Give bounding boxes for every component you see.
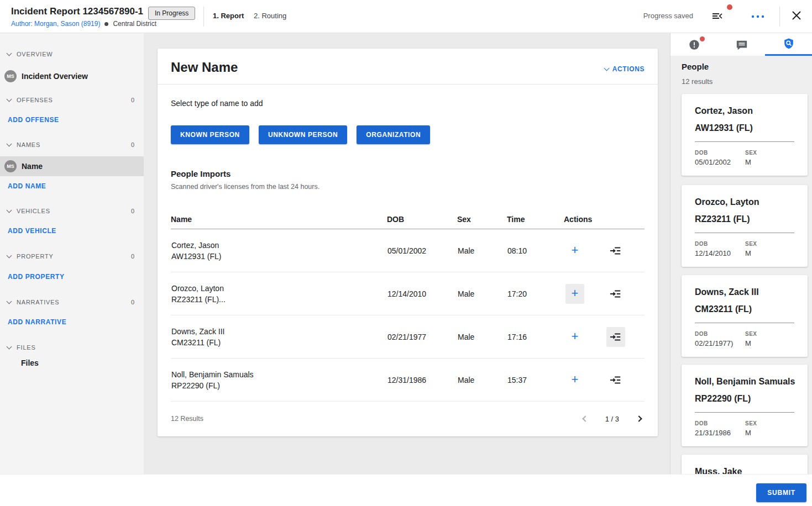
- person-card[interactable]: Noll, Benjamin Samuals RP22290 (FL) DOB …: [682, 365, 808, 446]
- sidebar-section-property[interactable]: PROPERTY 0: [0, 252, 144, 262]
- tab-comments[interactable]: [718, 33, 766, 56]
- author-link[interactable]: Author: Morgan, Sason (8919): [11, 20, 100, 28]
- sidebar-section-files[interactable]: FILES: [0, 343, 144, 353]
- panel-tabs: [670, 33, 812, 56]
- person-id: RP22290 (FL): [171, 381, 387, 390]
- tab-alerts[interactable]: [670, 33, 718, 56]
- person-card[interactable]: Orozco, Layton RZ23211 (FL) DOB 12/14/20…: [682, 185, 808, 267]
- chevron-down-icon: [7, 344, 12, 350]
- person-name: Cortez, Jason: [695, 106, 753, 116]
- names-count: 0: [131, 141, 135, 148]
- person-sex: Male: [458, 376, 507, 384]
- person-id: AW12931 (FL): [171, 252, 387, 261]
- known-person-button[interactable]: KNOWN PERSON: [171, 125, 249, 144]
- dob-label: DOB: [695, 420, 708, 426]
- add-person-icon[interactable]: +: [565, 327, 584, 347]
- menu-open-icon[interactable]: [711, 9, 724, 25]
- panel-title: People: [682, 62, 709, 71]
- sidebar-section-vehicles[interactable]: VEHICLES 0: [0, 207, 144, 217]
- dob-value: 21/31/1986: [695, 429, 731, 437]
- panel-results-count: 12 results: [682, 77, 713, 86]
- add-offense-button[interactable]: ADD OFFENSE: [8, 116, 59, 124]
- tab-report[interactable]: 1. Report: [213, 12, 244, 20]
- card-divider: [695, 323, 794, 323]
- card-divider: [158, 84, 658, 85]
- dob-label: DOB: [695, 150, 708, 156]
- sidebar-section-narratives[interactable]: NARRATIVES 0: [0, 298, 144, 308]
- add-person-icon[interactable]: +: [565, 284, 584, 304]
- add-person-icon[interactable]: +: [565, 241, 584, 261]
- card-divider: [695, 141, 794, 142]
- person-name: Cortez, Jason: [171, 241, 387, 250]
- person-name: Downs, Zack III: [171, 327, 387, 336]
- dob-value: 05/01/2002: [695, 158, 731, 166]
- people-imports-title: People Imports: [171, 169, 230, 178]
- tab-routing[interactable]: 2. Routing: [254, 12, 286, 20]
- add-property-button[interactable]: ADD PROPERTY: [8, 273, 65, 281]
- close-icon[interactable]: [790, 9, 803, 24]
- col-sex: Sex: [457, 215, 507, 224]
- sex-label: SEX: [745, 150, 757, 156]
- dob-value: 02/21/1977): [695, 339, 733, 347]
- person-card[interactable]: Cortez, Jason AW12931 (FL) DOB 05/01/200…: [682, 94, 808, 176]
- dob-label: DOB: [695, 331, 708, 337]
- page-title: Incident Report 1234567890-1: [11, 6, 143, 17]
- pagination-page: 1 / 3: [605, 415, 619, 423]
- submit-button[interactable]: SUBMIT: [756, 483, 806, 502]
- header-divider-2: [779, 7, 780, 27]
- add-name-button[interactable]: ADD NAME: [8, 182, 46, 190]
- sex-label: SEX: [745, 331, 757, 337]
- dob-label: DOB: [695, 241, 708, 247]
- sex-value: M: [745, 339, 751, 347]
- chevron-down-icon: [7, 253, 12, 259]
- import-person-icon[interactable]: [606, 284, 625, 304]
- person-card[interactable]: Muss, Jake: [682, 455, 808, 474]
- sidebar-item-incident-overview[interactable]: MS Incident Overview: [0, 66, 144, 86]
- table-row: Noll, Benjamin Samuals RP22290 (FL) 12/3…: [171, 359, 645, 402]
- import-person-icon[interactable]: [606, 327, 625, 347]
- pagination-next-icon[interactable]: [633, 413, 645, 424]
- main-content-area: New Name ACTIONS Select type of name to …: [144, 33, 670, 474]
- sidebar-item-files[interactable]: Files: [21, 359, 39, 367]
- person-card[interactable]: Downs, Zack III CM23211 (FL) DOB 02/21/1…: [682, 275, 808, 357]
- sidebar-section-offenses[interactable]: OFFENSES 0: [0, 96, 144, 106]
- comments-icon: [736, 39, 748, 51]
- more-options-icon[interactable]: [751, 11, 765, 21]
- table-row: Cortez, Jason AW12931 (FL) 05/01/2002 Ma…: [171, 229, 645, 272]
- table-row: Downs, Zack III CM23211 (FL) 02/21/1977 …: [171, 315, 645, 359]
- sidebar-section-overview[interactable]: OVERVIEW: [0, 50, 144, 60]
- sex-value: M: [745, 429, 751, 437]
- person-id: RZ23211 (FL): [695, 214, 750, 224]
- alert-badge-dot: [700, 36, 705, 41]
- tab-person-search[interactable]: [765, 33, 812, 56]
- organization-button[interactable]: ORGANIZATION: [357, 125, 430, 144]
- status-badge: In Progress: [148, 7, 195, 20]
- person-name: Orozco, Layton: [171, 284, 387, 293]
- import-person-icon[interactable]: [606, 241, 625, 261]
- alert-icon: [688, 39, 700, 51]
- select-type-label: Select type of name to add: [171, 99, 263, 108]
- avatar: MS: [4, 70, 17, 82]
- bullet-separator-icon: [104, 22, 108, 26]
- new-name-card: New Name ACTIONS Select type of name to …: [158, 49, 658, 436]
- import-person-icon[interactable]: [606, 370, 625, 390]
- person-dob: 05/01/2002: [387, 246, 458, 255]
- notification-dot: [727, 4, 732, 10]
- add-person-icon[interactable]: +: [565, 370, 584, 390]
- sex-value: M: [745, 158, 751, 166]
- offenses-count: 0: [131, 97, 135, 103]
- progress-saved-label: Progress saved: [643, 12, 693, 20]
- chevron-down-icon: [7, 141, 12, 147]
- person-name: Noll, Benjamin Samuals: [695, 377, 795, 387]
- sidebar-item-name[interactable]: MS Name: [0, 156, 144, 176]
- person-sex: Male: [458, 333, 507, 341]
- sidebar-section-names[interactable]: NAMES 0: [0, 140, 144, 150]
- imports-table-header: Name DOB Sex Time Actions: [171, 209, 645, 229]
- actions-dropdown[interactable]: ACTIONS: [605, 65, 645, 73]
- unknown-person-button[interactable]: UNKNOWN PERSON: [259, 125, 347, 144]
- add-vehicle-button[interactable]: ADD VEHICLE: [8, 227, 56, 235]
- person-time: 17:16: [507, 333, 564, 341]
- pagination-prev-icon[interactable]: [580, 413, 591, 424]
- add-narrative-button[interactable]: ADD NARRATIVE: [8, 318, 66, 326]
- people-imports-subtitle: Scanned driver's licenses from the last …: [171, 183, 319, 191]
